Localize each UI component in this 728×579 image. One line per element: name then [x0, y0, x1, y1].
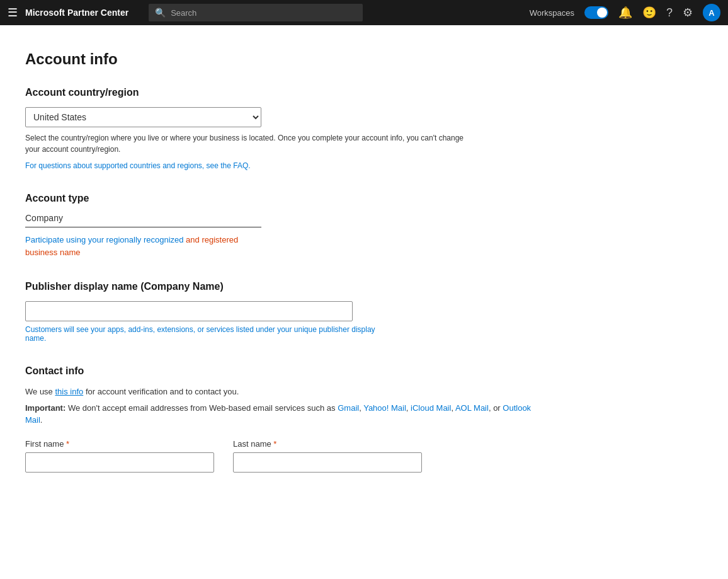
contact-notice: We use this info for account verificatio…: [25, 386, 542, 398]
app-title: Microsoft Partner Center: [25, 8, 128, 18]
faq-link[interactable]: For questions about supported countries …: [25, 161, 542, 170]
account-type-section: Account type Company Participate using y…: [25, 193, 542, 258]
workspaces-label: Workspaces: [530, 8, 574, 18]
account-country-section: Account country/region United States Can…: [25, 87, 542, 170]
country-section-title: Account country/region: [25, 87, 542, 98]
page-title: Account info: [25, 50, 542, 68]
notification-icon[interactable]: 🔔: [618, 6, 632, 20]
country-info-text: Select the country/region where you live…: [25, 132, 466, 155]
contact-important-text: Important: We don't accept email address…: [25, 402, 542, 427]
settings-icon[interactable]: ⚙: [683, 6, 693, 20]
workspaces-toggle[interactable]: [584, 6, 608, 19]
last-name-label: Last name *: [233, 439, 422, 449]
topnav-right-area: Workspaces 🔔 🙂 ? ⚙ A: [530, 4, 720, 21]
top-navigation: ☰ Microsoft Partner Center 🔍 Workspaces …: [0, 0, 728, 25]
main-content: Account info Account country/region Unit…: [0, 25, 567, 533]
account-type-section-title: Account type: [25, 193, 542, 204]
publisher-section-title: Publisher display name (Company Name): [25, 281, 542, 292]
contact-info-title: Contact info: [25, 365, 542, 377]
search-icon: 🔍: [155, 8, 166, 18]
publisher-name-input[interactable]: [25, 301, 353, 321]
publisher-section: Publisher display name (Company Name) Cu…: [25, 281, 542, 343]
first-name-input[interactable]: [25, 452, 214, 473]
account-type-divider: [25, 227, 261, 227]
help-icon[interactable]: ?: [666, 6, 673, 20]
last-name-input[interactable]: [233, 452, 422, 473]
first-name-group: First name *: [25, 439, 214, 473]
publisher-help-text: Customers will see your apps, add-ins, e…: [25, 325, 378, 343]
this-info-link[interactable]: this info: [55, 387, 83, 396]
last-name-group: Last name *: [233, 439, 422, 473]
smiley-icon[interactable]: 🙂: [642, 6, 656, 20]
contact-info-section: Contact info We use this info for accoun…: [25, 365, 542, 473]
menu-icon[interactable]: ☰: [8, 6, 18, 20]
search-input[interactable]: [171, 8, 356, 18]
first-name-label: First name *: [25, 439, 214, 449]
account-type-value: Company: [25, 213, 542, 223]
name-fields-row: First name * Last name *: [25, 439, 542, 473]
search-bar[interactable]: 🔍: [149, 4, 363, 21]
account-type-description: Participate using your regionally recogn…: [25, 234, 261, 258]
country-select[interactable]: United States Canada United Kingdom Germ…: [25, 107, 261, 127]
avatar[interactable]: A: [703, 4, 720, 21]
